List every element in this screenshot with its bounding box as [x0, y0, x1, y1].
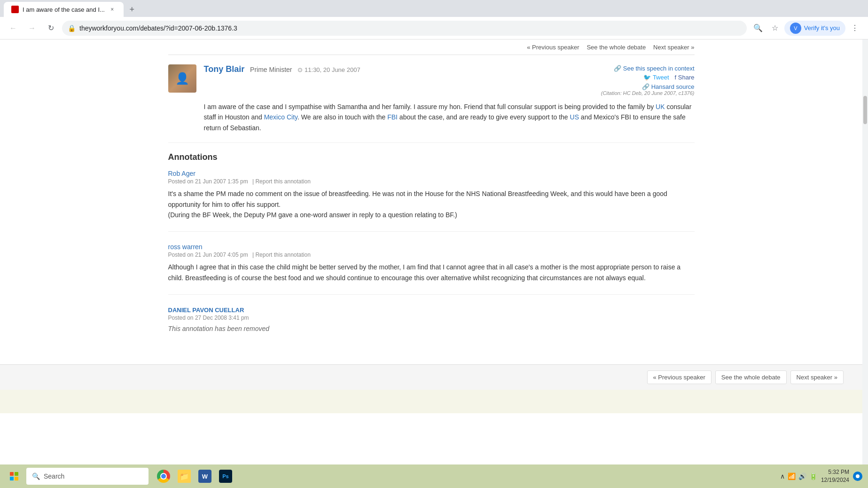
taskbar-chrome-app[interactable] — [154, 467, 173, 486]
prev-speaker-bottom-link[interactable]: « Previous speaker — [647, 370, 712, 384]
back-button[interactable]: ← — [6, 21, 21, 36]
verify-label: Verify it's you — [804, 24, 840, 31]
debate-nav-top: « Previous speaker See the whole debate … — [168, 39, 695, 55]
fbi-link[interactable]: FBI — [387, 113, 398, 121]
annotation-3-author[interactable]: DANIEL PAVON CUELLAR — [168, 307, 244, 314]
annotation-2-meta: Posted on 21 Jun 2007 4:05 pm | Report t… — [168, 252, 695, 258]
windows-logo — [10, 472, 18, 480]
taskbar: 🔍 Search 📁 W Ps ∧ 📶 🔊 🔋 — [0, 464, 868, 488]
tweet-link[interactable]: 🐦 Tweet — [643, 74, 669, 81]
taskbar-search-text: Search — [44, 472, 64, 480]
windows-sq-3 — [10, 477, 14, 480]
prev-speaker-top-link[interactable]: « Previous speaker — [527, 44, 579, 51]
tray-chevron-icon[interactable]: ∧ — [780, 472, 785, 480]
annotation-2-author[interactable]: ross warren — [168, 243, 203, 251]
share-link[interactable]: f Share — [675, 74, 695, 81]
navigation-bar: ← → ↻ 🔒 theyworkforyou.com/debates/?id=2… — [0, 17, 868, 39]
taskbar-word-app[interactable]: W — [195, 467, 214, 486]
annotation-1-date: Posted on 21 Jun 2007 1:35 pm — [168, 178, 248, 185]
next-speaker-top-link[interactable]: Next speaker » — [653, 44, 694, 51]
clock-time: 5:32 PM — [821, 468, 849, 476]
browser-tab[interactable]: I am aware of the case and I... × — [4, 2, 124, 17]
taskbar-clock[interactable]: 5:32 PM 12/19/2024 — [821, 468, 849, 484]
mexico-city-link[interactable]: Mexico City — [264, 113, 297, 121]
address-bar[interactable]: 🔒 theyworkforyou.com/debates/?id=2007-06… — [62, 21, 747, 36]
page-content: « Previous speaker See the whole debate … — [0, 39, 868, 464]
url-text: theyworkforyou.com/debates/?id=2007-06-2… — [79, 24, 741, 32]
reload-button[interactable]: ↻ — [43, 21, 58, 36]
speaker-name-link[interactable]: Tony Blair — [204, 64, 245, 74]
speech-content: I am aware of the case and I sympathise … — [204, 102, 695, 133]
search-button[interactable]: 🔍 — [751, 21, 766, 36]
tray-wifi-icon[interactable]: 📶 — [788, 472, 796, 480]
scrollbar[interactable] — [862, 39, 868, 464]
page-footer-spacer — [0, 390, 862, 413]
content-area: « Previous speaker See the whole debate … — [149, 39, 713, 364]
tray-battery-icon[interactable]: 🔋 — [809, 472, 817, 480]
word-icon: W — [198, 470, 211, 483]
next-speaker-bottom-link[interactable]: Next speaker » — [790, 370, 844, 384]
citation: (Citation: HC Deb, 20 June 2007, c1376) — [601, 90, 695, 96]
annotation-2-text: Although I agree that in this case the c… — [168, 262, 695, 283]
speaker-avatar: 👤 — [168, 64, 196, 93]
annotation-1: Rob Ager Posted on 21 Jun 2007 1:35 pm |… — [168, 170, 695, 232]
security-icon: 🔒 — [68, 24, 76, 32]
scrollbar-thumb[interactable] — [863, 96, 867, 124]
verify-avatar: V — [790, 23, 801, 34]
speech-header-right: 🔗 See this speech in context 🐦 Tweet f S… — [601, 64, 695, 96]
windows-sq-1 — [10, 472, 14, 476]
speech-meta: Tony Blair Prime Minister 11:30, 20 June… — [204, 64, 360, 74]
annotations-section: Annotations Rob Ager Posted on 21 Jun 20… — [168, 143, 695, 364]
clock-date: 12/19/2024 — [821, 476, 849, 484]
tab-bar: I am aware of the case and I... × + — [0, 0, 868, 17]
forward-button[interactable]: → — [24, 21, 39, 36]
annotation-3-meta: Posted on 27 Dec 2008 3:41 pm — [168, 315, 695, 321]
speaker-name-row: Tony Blair Prime Minister 11:30, 20 June… — [204, 64, 360, 74]
annotation-2: ross warren Posted on 21 Jun 2007 4:05 p… — [168, 243, 695, 295]
annotation-2-report[interactable]: | Report this annotation — [252, 252, 311, 258]
nav-actions: 🔍 ☆ V Verify it's you ⋮ — [751, 21, 862, 36]
annotation-3: DANIEL PAVON CUELLAR Posted on 27 Dec 20… — [168, 306, 695, 344]
taskbar-search-icon: 🔍 — [32, 472, 40, 480]
tray-icons: ∧ 📶 🔊 🔋 — [780, 472, 817, 480]
hansard-link[interactable]: 🔗 Hansard source — [642, 83, 694, 90]
tab-close-button[interactable]: × — [109, 6, 116, 13]
context-link[interactable]: 🔗 See this speech in context — [614, 65, 694, 72]
annotation-3-removed: This annotation has been removed — [168, 325, 695, 332]
start-button[interactable] — [6, 468, 23, 485]
us-link[interactable]: US — [570, 113, 579, 121]
new-tab-button[interactable]: + — [125, 3, 139, 16]
taskbar-files-app[interactable]: 📁 — [175, 467, 194, 486]
annotation-2-date: Posted on 21 Jun 2007 4:05 pm — [168, 252, 248, 258]
tab-favicon — [11, 6, 19, 13]
windows-sq-2 — [15, 472, 18, 476]
photoshop-icon: Ps — [219, 470, 232, 483]
see-whole-debate-top-link[interactable]: See the whole debate — [586, 44, 646, 51]
page-scroll[interactable]: « Previous speaker See the whole debate … — [0, 39, 862, 464]
bookmark-button[interactable]: ☆ — [767, 21, 782, 36]
taskbar-apps: 📁 W Ps — [154, 467, 235, 486]
annotation-1-report[interactable]: | Report this annotation — [252, 178, 311, 185]
tray-sound-icon[interactable]: 🔊 — [798, 472, 806, 480]
annotation-1-meta: Posted on 21 Jun 2007 1:35 pm | Report t… — [168, 178, 695, 185]
files-icon: 📁 — [178, 470, 191, 483]
taskbar-search[interactable]: 🔍 Search — [26, 468, 149, 485]
taskbar-ps-app[interactable]: Ps — [216, 467, 235, 486]
speech-text-3: . We are also in touch with the — [297, 113, 387, 121]
uk-link[interactable]: UK — [656, 103, 665, 110]
verify-button[interactable]: V Verify it's you — [784, 21, 845, 36]
speech-header-row: 👤 Tony Blair Prime Minister 11:30, 20 Ju… — [168, 64, 695, 96]
notification-button[interactable] — [853, 472, 862, 481]
menu-button[interactable]: ⋮ — [847, 21, 862, 36]
speaker-avatar-image: 👤 — [168, 64, 196, 93]
browser-frame: I am aware of the case and I... × + ← → … — [0, 0, 868, 488]
see-whole-debate-bottom-link[interactable]: See the whole debate — [715, 370, 787, 384]
speech-actions-row: 🐦 Tweet f Share — [601, 74, 695, 81]
speaker-role: Prime Minister — [250, 66, 292, 73]
speech-time: 11:30, 20 June 2007 — [297, 66, 360, 73]
annotation-3-date: Posted on 27 Dec 2008 3:41 pm — [168, 315, 249, 321]
debate-nav-bottom: « Previous speaker See the whole debate … — [0, 364, 862, 390]
taskbar-tray: ∧ 📶 🔊 🔋 5:32 PM 12/19/2024 — [780, 468, 862, 484]
annotation-1-author[interactable]: Rob Ager — [168, 170, 195, 177]
windows-sq-4 — [15, 477, 18, 480]
